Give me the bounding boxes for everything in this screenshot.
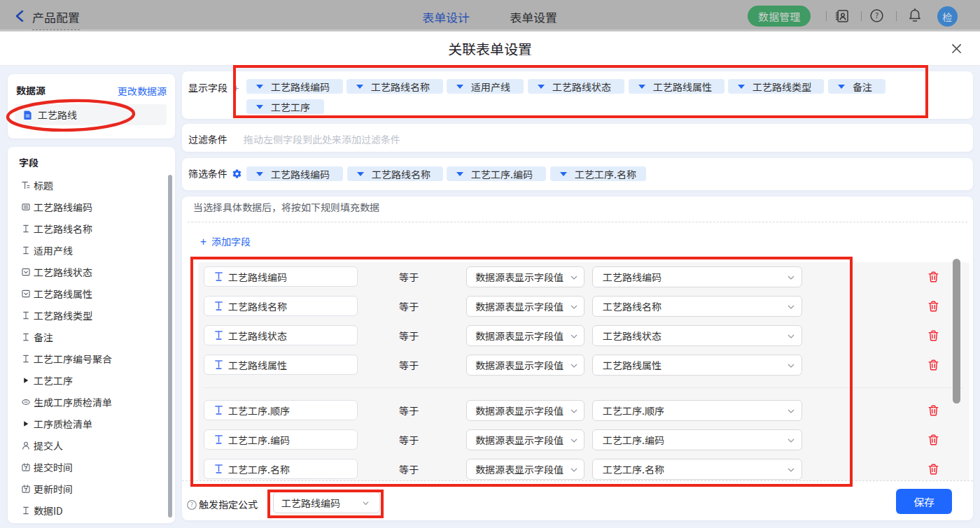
svg-text:?: ?	[875, 9, 878, 20]
svg-text:?: ?	[190, 500, 193, 509]
